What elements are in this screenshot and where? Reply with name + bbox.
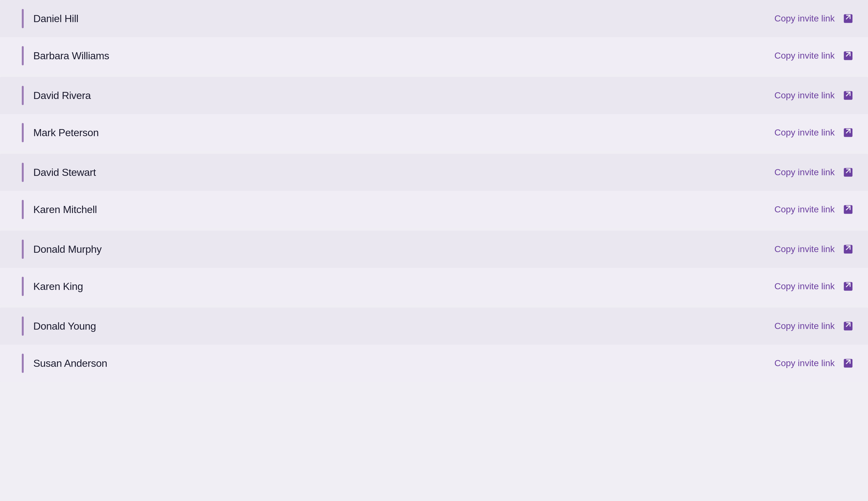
copy-invite-link-button[interactable]: Copy invite link: [774, 321, 835, 331]
person-name: David Rivera: [33, 90, 91, 102]
copy-invite-link-button[interactable]: Copy invite link: [774, 13, 835, 24]
external-link-icon[interactable]: [841, 126, 855, 140]
item-right: Copy invite link: [774, 279, 855, 294]
item-right: Copy invite link: [774, 88, 855, 103]
accent-bar: [22, 354, 24, 373]
list-item: Daniel Hill Copy invite link: [0, 0, 868, 37]
external-link-icon[interactable]: [841, 12, 855, 25]
copy-invite-link-button[interactable]: Copy invite link: [774, 244, 835, 254]
item-left: Karen Mitchell: [0, 200, 97, 219]
item-right: Copy invite link: [774, 319, 855, 333]
copy-invite-link-button[interactable]: Copy invite link: [774, 281, 835, 291]
accent-bar: [22, 317, 24, 336]
accent-bar: [22, 86, 24, 105]
list-item: Mark Peterson Copy invite link: [0, 114, 868, 151]
copy-invite-link-button[interactable]: Copy invite link: [774, 358, 835, 369]
copy-invite-link-button[interactable]: Copy invite link: [774, 90, 835, 100]
group-group-3: David Stewart Copy invite link Karen Mit…: [0, 154, 868, 228]
list-item: Susan Anderson Copy invite link: [0, 345, 868, 382]
list-item: Donald Murphy Copy invite link: [0, 231, 868, 268]
accent-bar: [22, 163, 24, 182]
invite-list: Daniel Hill Copy invite link Barbara Wil…: [0, 0, 868, 382]
person-name: Daniel Hill: [33, 13, 78, 25]
person-name: Susan Anderson: [33, 358, 107, 369]
accent-bar: [22, 9, 24, 28]
external-link-icon[interactable]: [841, 49, 855, 63]
item-right: Copy invite link: [774, 12, 855, 25]
person-name: Karen Mitchell: [33, 204, 97, 216]
external-link-icon[interactable]: [841, 88, 855, 103]
item-right: Copy invite link: [774, 49, 855, 63]
accent-bar: [22, 239, 24, 259]
person-name: Karen King: [33, 281, 83, 292]
item-right: Copy invite link: [774, 126, 855, 140]
accent-bar: [22, 46, 24, 65]
list-item: David Rivera Copy invite link: [0, 77, 868, 114]
external-link-icon[interactable]: [841, 279, 855, 294]
copy-invite-link-button[interactable]: Copy invite link: [774, 204, 835, 215]
external-link-icon[interactable]: [841, 202, 855, 216]
external-link-icon[interactable]: [841, 356, 855, 370]
copy-invite-link-button[interactable]: Copy invite link: [774, 167, 835, 178]
item-left: Susan Anderson: [0, 354, 107, 373]
person-name: Mark Peterson: [33, 127, 99, 139]
item-left: Barbara Williams: [0, 46, 109, 65]
list-item: Barbara Williams Copy invite link: [0, 37, 868, 74]
item-left: David Stewart: [0, 163, 96, 182]
group-group-4: Donald Murphy Copy invite link Karen Kin…: [0, 231, 868, 305]
group-group-5: Donald Young Copy invite link Susan Ande…: [0, 308, 868, 382]
item-left: David Rivera: [0, 86, 91, 105]
list-item: David Stewart Copy invite link: [0, 154, 868, 191]
accent-bar: [22, 123, 24, 142]
list-item: Karen Mitchell Copy invite link: [0, 191, 868, 228]
item-left: Donald Murphy: [0, 239, 101, 259]
item-right: Copy invite link: [774, 356, 855, 370]
accent-bar: [22, 200, 24, 219]
accent-bar: [22, 277, 24, 296]
item-left: Daniel Hill: [0, 9, 78, 28]
person-name: Barbara Williams: [33, 50, 109, 62]
person-name: David Stewart: [33, 167, 96, 179]
group-group-1: Daniel Hill Copy invite link Barbara Wil…: [0, 0, 868, 74]
person-name: Donald Murphy: [33, 244, 101, 255]
person-name: Donald Young: [33, 320, 96, 332]
copy-invite-link-button[interactable]: Copy invite link: [774, 128, 835, 138]
item-right: Copy invite link: [774, 202, 855, 216]
external-link-icon[interactable]: [841, 165, 855, 179]
item-left: Karen King: [0, 277, 83, 296]
item-left: Donald Young: [0, 317, 96, 336]
list-item: Donald Young Copy invite link: [0, 308, 868, 345]
copy-invite-link-button[interactable]: Copy invite link: [774, 51, 835, 61]
external-link-icon[interactable]: [841, 319, 855, 333]
list-item: Karen King Copy invite link: [0, 268, 868, 305]
item-left: Mark Peterson: [0, 123, 99, 142]
group-group-2: David Rivera Copy invite link Mark Peter…: [0, 77, 868, 151]
item-right: Copy invite link: [774, 242, 855, 256]
external-link-icon[interactable]: [841, 242, 855, 256]
item-right: Copy invite link: [774, 165, 855, 179]
